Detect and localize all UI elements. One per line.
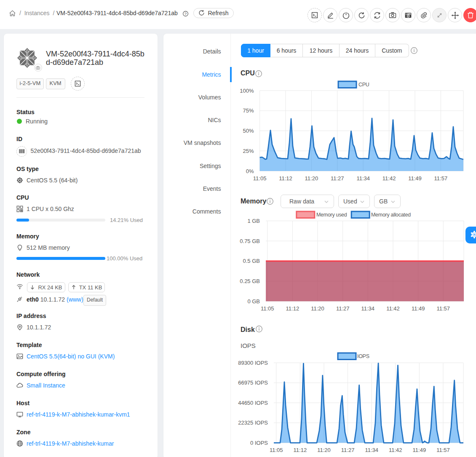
svg-text:Memory allocated: Memory allocated (371, 212, 411, 218)
svg-text:0.75 GB: 0.75 GB (240, 238, 260, 244)
svg-text:11:57: 11:57 (437, 305, 450, 312)
svg-text:Memory used: Memory used (316, 212, 347, 218)
svg-text:11:12: 11:12 (279, 175, 292, 182)
svg-text:11:05: 11:05 (270, 447, 283, 453)
svg-text:50%: 50% (243, 128, 254, 134)
svg-text:0 IOPS: 0 IOPS (250, 440, 268, 446)
svg-text:0.5 GB: 0.5 GB (243, 258, 260, 264)
svg-text:11:42: 11:42 (382, 175, 396, 182)
svg-text:IOPS: IOPS (357, 353, 369, 359)
svg-text:11:27: 11:27 (341, 447, 355, 453)
svg-text:11:12: 11:12 (286, 305, 300, 312)
svg-text:11:49: 11:49 (413, 447, 426, 453)
svg-text:89300 IOPS: 89300 IOPS (238, 360, 268, 366)
svg-text:11:49: 11:49 (412, 305, 425, 312)
svg-text:11:05: 11:05 (261, 305, 274, 312)
svg-text:11:34: 11:34 (365, 447, 378, 453)
svg-text:0.25 GB: 0.25 GB (240, 278, 260, 284)
svg-text:100%: 100% (240, 88, 254, 94)
svg-text:CPU: CPU (358, 82, 369, 88)
svg-text:11:34: 11:34 (356, 175, 370, 182)
svg-text:0%: 0% (246, 168, 254, 174)
svg-text:66975 IOPS: 66975 IOPS (238, 379, 268, 386)
svg-text:11:12: 11:12 (294, 447, 307, 453)
svg-text:11:57: 11:57 (434, 175, 448, 182)
svg-text:11:27: 11:27 (336, 305, 350, 312)
svg-text:1 GB: 1 GB (247, 218, 260, 224)
svg-text:75%: 75% (243, 107, 254, 114)
svg-text:?: ? (184, 12, 186, 16)
svg-text:25%: 25% (243, 148, 254, 154)
svg-text:11:27: 11:27 (331, 175, 344, 182)
svg-text:11:05: 11:05 (253, 175, 267, 182)
svg-text:11:20: 11:20 (305, 175, 318, 182)
svg-text:11:42: 11:42 (386, 305, 400, 312)
svg-text:11:42: 11:42 (389, 447, 402, 453)
svg-text:0 GB: 0 GB (247, 298, 260, 305)
svg-text:11:49: 11:49 (408, 175, 422, 182)
svg-text:44650 IOPS: 44650 IOPS (238, 400, 268, 406)
svg-text:11:34: 11:34 (361, 305, 375, 312)
svg-text:22325 IOPS: 22325 IOPS (238, 420, 268, 426)
svg-text:11:20: 11:20 (317, 447, 331, 453)
svg-text:11:57: 11:57 (436, 447, 450, 453)
svg-text:11:20: 11:20 (311, 305, 324, 312)
